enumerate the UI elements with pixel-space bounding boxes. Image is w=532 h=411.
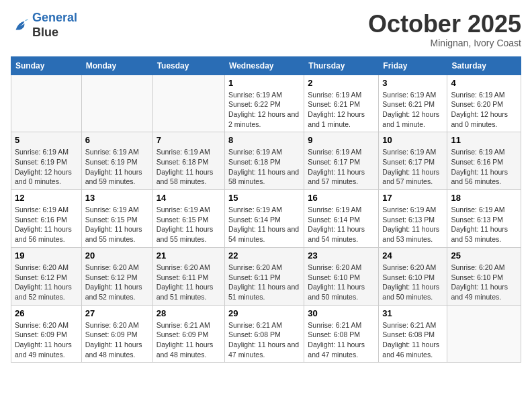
day-number: 16 <box>308 193 375 203</box>
day-info: Sunrise: 6:21 AM Sunset: 6:08 PM Dayligh… <box>228 320 300 360</box>
day-number: 11 <box>451 135 517 145</box>
calendar-cell: 25Sunrise: 6:20 AM Sunset: 6:10 PM Dayli… <box>447 247 521 305</box>
calendar-cell: 13Sunrise: 6:19 AM Sunset: 6:15 PM Dayli… <box>81 190 152 248</box>
calendar-cell: 29Sunrise: 6:21 AM Sunset: 6:08 PM Dayli… <box>225 305 304 363</box>
day-info: Sunrise: 6:19 AM Sunset: 6:17 PM Dayligh… <box>308 147 375 187</box>
day-number: 3 <box>382 78 443 88</box>
day-number: 2 <box>308 78 375 88</box>
day-info: Sunrise: 6:20 AM Sunset: 6:11 PM Dayligh… <box>157 263 221 302</box>
calendar-cell <box>447 305 521 363</box>
page-header: General Blue October 2025 Minignan, Ivor… <box>11 11 521 48</box>
day-number: 10 <box>382 135 443 145</box>
calendar-cell <box>152 75 224 132</box>
calendar-cell: 20Sunrise: 6:20 AM Sunset: 6:12 PM Dayli… <box>81 247 152 305</box>
calendar-cell: 27Sunrise: 6:20 AM Sunset: 6:09 PM Dayli… <box>81 305 152 363</box>
calendar-week-4: 19Sunrise: 6:20 AM Sunset: 6:12 PM Dayli… <box>11 247 521 305</box>
calendar-cell: 19Sunrise: 6:20 AM Sunset: 6:12 PM Dayli… <box>11 247 82 305</box>
calendar-cell: 14Sunrise: 6:19 AM Sunset: 6:15 PM Dayli… <box>152 190 224 248</box>
day-number: 13 <box>85 193 149 203</box>
logo-text: General Blue <box>32 11 77 40</box>
location-subtitle: Minignan, Ivory Coast <box>368 38 521 48</box>
calendar-cell: 7Sunrise: 6:19 AM Sunset: 6:18 PM Daylig… <box>152 132 224 190</box>
calendar-cell: 1Sunrise: 6:19 AM Sunset: 6:22 PM Daylig… <box>225 75 304 132</box>
day-number: 6 <box>85 135 149 145</box>
day-number: 4 <box>451 78 517 88</box>
day-number: 9 <box>308 135 375 145</box>
calendar-cell: 21Sunrise: 6:20 AM Sunset: 6:11 PM Dayli… <box>152 247 224 305</box>
day-info: Sunrise: 6:19 AM Sunset: 6:15 PM Dayligh… <box>85 205 149 244</box>
calendar-cell: 26Sunrise: 6:20 AM Sunset: 6:09 PM Dayli… <box>11 305 82 363</box>
day-info: Sunrise: 6:19 AM Sunset: 6:21 PM Dayligh… <box>382 90 443 130</box>
calendar-cell: 9Sunrise: 6:19 AM Sunset: 6:17 PM Daylig… <box>304 132 379 190</box>
calendar-week-1: 1Sunrise: 6:19 AM Sunset: 6:22 PM Daylig… <box>11 75 521 132</box>
logo: General Blue <box>11 11 77 40</box>
calendar-cell: 15Sunrise: 6:19 AM Sunset: 6:14 PM Dayli… <box>225 190 304 248</box>
header-day-tuesday: Tuesday <box>152 56 224 75</box>
calendar-cell: 2Sunrise: 6:19 AM Sunset: 6:21 PM Daylig… <box>304 75 379 132</box>
calendar-cell: 5Sunrise: 6:19 AM Sunset: 6:19 PM Daylig… <box>11 132 82 190</box>
day-info: Sunrise: 6:19 AM Sunset: 6:16 PM Dayligh… <box>451 147 517 187</box>
day-number: 25 <box>451 250 517 261</box>
calendar-cell: 17Sunrise: 6:19 AM Sunset: 6:13 PM Dayli… <box>379 190 447 248</box>
day-number: 18 <box>451 193 517 203</box>
day-info: Sunrise: 6:20 AM Sunset: 6:10 PM Dayligh… <box>451 263 517 302</box>
calendar-cell: 16Sunrise: 6:19 AM Sunset: 6:14 PM Dayli… <box>304 190 379 248</box>
header-day-friday: Friday <box>379 56 447 75</box>
day-number: 19 <box>15 250 78 261</box>
title-block: October 2025 Minignan, Ivory Coast <box>368 11 521 48</box>
day-info: Sunrise: 6:21 AM Sunset: 6:08 PM Dayligh… <box>382 320 443 360</box>
day-number: 31 <box>382 308 443 318</box>
day-info: Sunrise: 6:19 AM Sunset: 6:19 PM Dayligh… <box>85 147 149 187</box>
day-info: Sunrise: 6:20 AM Sunset: 6:09 PM Dayligh… <box>85 320 149 360</box>
day-info: Sunrise: 6:19 AM Sunset: 6:14 PM Dayligh… <box>308 205 375 244</box>
day-info: Sunrise: 6:19 AM Sunset: 6:16 PM Dayligh… <box>15 205 78 244</box>
day-number: 7 <box>157 135 221 145</box>
day-info: Sunrise: 6:20 AM Sunset: 6:12 PM Dayligh… <box>85 263 149 302</box>
calendar-cell: 24Sunrise: 6:20 AM Sunset: 6:10 PM Dayli… <box>379 247 447 305</box>
header-day-saturday: Saturday <box>447 56 521 75</box>
day-number: 26 <box>15 308 78 318</box>
day-info: Sunrise: 6:20 AM Sunset: 6:10 PM Dayligh… <box>308 263 375 302</box>
calendar-body: 1Sunrise: 6:19 AM Sunset: 6:22 PM Daylig… <box>11 75 521 363</box>
calendar-cell: 18Sunrise: 6:19 AM Sunset: 6:13 PM Dayli… <box>447 190 521 248</box>
calendar-header: SundayMondayTuesdayWednesdayThursdayFrid… <box>11 56 521 75</box>
day-number: 17 <box>382 193 443 203</box>
day-info: Sunrise: 6:19 AM Sunset: 6:18 PM Dayligh… <box>157 147 221 187</box>
header-day-monday: Monday <box>81 56 152 75</box>
day-number: 28 <box>157 308 221 318</box>
day-number: 24 <box>382 250 443 261</box>
day-number: 1 <box>228 78 300 88</box>
calendar-week-2: 5Sunrise: 6:19 AM Sunset: 6:19 PM Daylig… <box>11 132 521 190</box>
calendar-cell <box>81 75 152 132</box>
day-number: 29 <box>228 308 300 318</box>
day-info: Sunrise: 6:19 AM Sunset: 6:19 PM Dayligh… <box>15 147 78 187</box>
calendar-cell: 28Sunrise: 6:21 AM Sunset: 6:09 PM Dayli… <box>152 305 224 363</box>
calendar-cell: 12Sunrise: 6:19 AM Sunset: 6:16 PM Dayli… <box>11 190 82 248</box>
day-info: Sunrise: 6:21 AM Sunset: 6:08 PM Dayligh… <box>308 320 375 360</box>
day-number: 23 <box>308 250 375 261</box>
day-info: Sunrise: 6:20 AM Sunset: 6:09 PM Dayligh… <box>15 320 78 360</box>
calendar-week-5: 26Sunrise: 6:20 AM Sunset: 6:09 PM Dayli… <box>11 305 521 363</box>
calendar-cell: 4Sunrise: 6:19 AM Sunset: 6:20 PM Daylig… <box>447 75 521 132</box>
day-info: Sunrise: 6:19 AM Sunset: 6:14 PM Dayligh… <box>228 205 300 244</box>
calendar-cell: 23Sunrise: 6:20 AM Sunset: 6:10 PM Dayli… <box>304 247 379 305</box>
day-number: 14 <box>157 193 221 203</box>
day-info: Sunrise: 6:21 AM Sunset: 6:09 PM Dayligh… <box>157 320 221 360</box>
calendar-week-3: 12Sunrise: 6:19 AM Sunset: 6:16 PM Dayli… <box>11 190 521 248</box>
calendar-cell: 22Sunrise: 6:20 AM Sunset: 6:11 PM Dayli… <box>225 247 304 305</box>
calendar-cell: 30Sunrise: 6:21 AM Sunset: 6:08 PM Dayli… <box>304 305 379 363</box>
header-day-sunday: Sunday <box>11 56 82 75</box>
day-number: 21 <box>157 250 221 261</box>
day-number: 30 <box>308 308 375 318</box>
calendar-cell: 6Sunrise: 6:19 AM Sunset: 6:19 PM Daylig… <box>81 132 152 190</box>
day-info: Sunrise: 6:20 AM Sunset: 6:11 PM Dayligh… <box>228 263 300 302</box>
day-info: Sunrise: 6:20 AM Sunset: 6:12 PM Dayligh… <box>15 263 78 302</box>
day-number: 12 <box>15 193 78 203</box>
calendar-cell: 3Sunrise: 6:19 AM Sunset: 6:21 PM Daylig… <box>379 75 447 132</box>
day-info: Sunrise: 6:19 AM Sunset: 6:17 PM Dayligh… <box>382 147 443 187</box>
day-info: Sunrise: 6:19 AM Sunset: 6:13 PM Dayligh… <box>451 205 517 244</box>
day-number: 8 <box>228 135 300 145</box>
calendar-table: SundayMondayTuesdayWednesdayThursdayFrid… <box>11 56 521 363</box>
day-info: Sunrise: 6:19 AM Sunset: 6:13 PM Dayligh… <box>382 205 443 244</box>
header-day-wednesday: Wednesday <box>225 56 304 75</box>
